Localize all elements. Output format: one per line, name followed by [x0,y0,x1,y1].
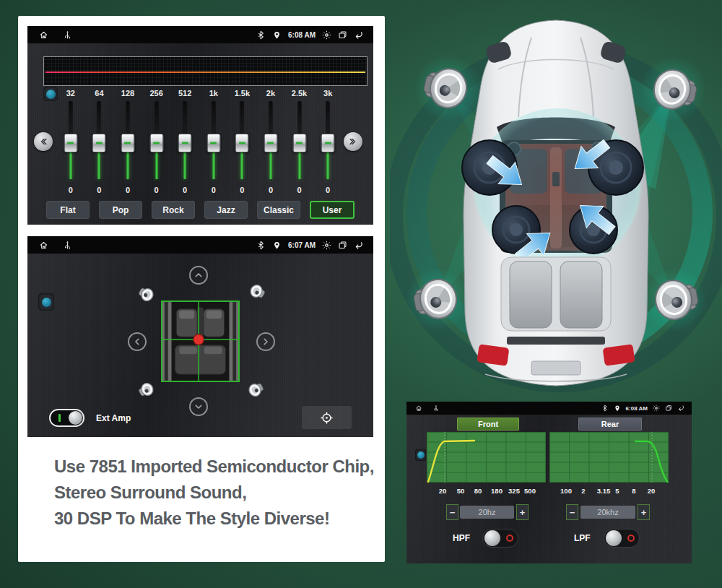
usb-icon [432,405,440,412]
preset-jazz[interactable]: Jazz [204,201,248,219]
eq-slider[interactable] [256,101,285,182]
shift-left-button[interactable] [34,132,53,151]
usb-icon [63,241,72,250]
hpf-minus-button[interactable]: − [446,504,458,520]
clock: 6:08 AM [626,405,648,412]
home-icon[interactable] [39,30,48,40]
recent-apps-icon[interactable] [665,405,672,412]
slider-thumb[interactable] [64,134,77,152]
target-icon [320,411,334,425]
usb-icon [63,30,72,40]
slider-thumb[interactable] [321,134,335,152]
car-top-view-illustration [390,0,722,394]
lpf-minus-button[interactable]: − [566,504,578,520]
eq-slider[interactable] [56,101,85,182]
eq-slider[interactable] [313,101,342,182]
brightness-icon[interactable] [653,405,660,412]
fader-up-button[interactable] [189,266,208,285]
caption-line-1: Use 7851 Imported Semiconductor Chip, [54,454,374,480]
home-icon[interactable] [415,405,422,412]
lpf-tick-labels: 100 2 3.15 5 8 20 [549,487,669,496]
tab-front[interactable]: Front [457,418,519,431]
clock: 6:08 AM [288,31,316,39]
page-indicator-dot[interactable] [43,87,58,101]
slider-thumb[interactable] [121,134,134,152]
preset-user[interactable]: User [310,201,355,219]
slider-thumb[interactable] [264,134,277,152]
eq-presets: Flat Pop Rock Jazz Classic User [46,201,355,219]
hpf-tick-labels: 20 50 80 180 325 500 [427,487,546,496]
seat-position-map[interactable] [161,301,240,382]
slider-thumb[interactable] [206,134,220,152]
eq-slider[interactable] [199,101,228,182]
caption-line-2: Stereo Surround Sound, [54,480,374,506]
slider-thumb[interactable] [292,134,306,152]
ext-amp-toggle[interactable] [49,409,84,427]
balance-left-button[interactable] [128,332,147,351]
eq-slider[interactable] [113,101,142,182]
eq-slider[interactable] [85,101,114,182]
status-bar: 6:08 AM [27,26,373,43]
recent-apps-icon[interactable] [338,30,347,40]
shift-right-button[interactable] [344,132,362,151]
fader-down-button[interactable] [189,397,208,416]
status-bar: 6:07 AM [27,236,373,254]
caption-line-3: 30 DSP To Make The Style Diverse! [54,506,374,532]
hpf-plus-button[interactable]: + [516,504,529,520]
hpf-chart [427,432,546,483]
preset-rock[interactable]: Rock [152,201,195,219]
eq-values: 0000000000 [56,186,342,194]
brightness-icon[interactable] [322,241,331,250]
location-icon [272,30,282,40]
rear-right-speaker-icon [245,378,268,401]
equalizer-screen: 6:08 AM 32641282565121k1.5k2k2.5k3k [27,26,373,225]
clock: 6:07 AM [288,241,316,249]
slider-thumb[interactable] [235,134,249,152]
hpf-toggle[interactable] [482,529,518,548]
toggle-knob[interactable] [484,530,500,546]
marketing-caption: Use 7851 Imported Semiconductor Chip, St… [54,454,374,532]
back-icon[interactable] [677,405,684,412]
home-icon[interactable] [39,241,48,250]
front-left-speaker-icon [134,282,157,306]
balance-right-button[interactable] [256,332,275,351]
center-reset-button[interactable] [302,406,352,429]
status-bar: 6:08 AM [406,402,692,415]
preset-classic[interactable]: Classic [257,201,300,219]
frequency-labels: 32641282565121k1.5k2k2.5k3k [56,89,342,98]
preset-flat[interactable]: Flat [46,201,90,219]
lpf-toggle[interactable] [604,529,640,548]
left-white-panel: 6:08 AM 32641282565121k1.5k2k2.5k3k [18,16,385,562]
tab-rear[interactable]: Rear [578,418,642,431]
spectrum-display [43,56,367,86]
product-page: 6:08 AM 32641282565121k1.5k2k2.5k3k [0,0,722,588]
lpf-frequency-stepper: − 20khz + [566,504,650,520]
bluetooth-icon [601,405,609,412]
slider-thumb[interactable] [149,134,163,152]
hpf-frequency-value: 20hz [460,506,514,519]
page-indicator-dot[interactable] [415,449,426,461]
eq-slider[interactable] [285,101,314,182]
recent-apps-icon[interactable] [338,241,347,250]
eq-slider[interactable] [170,101,199,182]
car-scene [390,0,722,394]
eq-slider[interactable] [142,101,171,182]
toggle-knob[interactable] [606,530,622,546]
listening-position-dot[interactable] [193,334,204,345]
eq-slider[interactable] [228,101,257,182]
toggle-knob[interactable] [69,411,82,425]
back-icon[interactable] [354,241,363,250]
back-icon[interactable] [354,30,363,40]
lpf-label: LPF [574,533,591,543]
location-icon [272,241,282,250]
hpf-frequency-stepper: − 20hz + [446,504,529,520]
lpf-plus-button[interactable]: + [638,504,650,520]
preset-pop[interactable]: Pop [99,201,142,219]
slider-thumb[interactable] [92,134,106,152]
crossover-screen: 6:08 AM Front Rear [406,402,692,563]
eq-curve-line [45,72,365,73]
toggle-off-indicator [627,535,635,542]
page-indicator-dot[interactable] [38,293,54,311]
slider-thumb[interactable] [178,134,192,152]
brightness-icon[interactable] [322,30,331,40]
